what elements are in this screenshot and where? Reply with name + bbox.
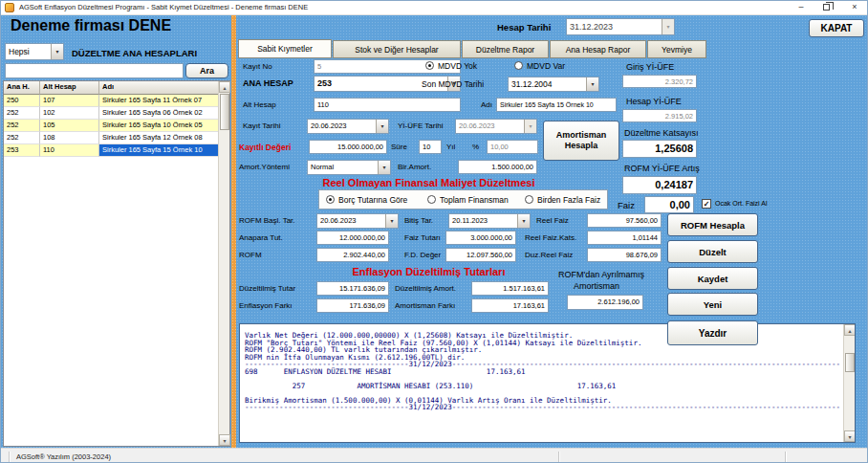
statusbar-divider xyxy=(785,452,786,462)
borc-tutarina-gore-label: Borç Tutarına Göre xyxy=(338,195,407,205)
status-bar: AGSoft® Yazılım (2003-2024) xyxy=(1,448,868,463)
tab-stok-ve-diger[interactable]: Stok ve Diğer Hesaplar xyxy=(333,40,461,58)
yiufe-tarihi-combo: 20.06.2023 ▾ xyxy=(455,119,537,134)
giris-yiufe-field: 2.320,72 xyxy=(622,75,697,88)
hesap-yiufe-label: Hesap Yİ-ÜFE xyxy=(626,97,682,106)
toplam-finansman-radio[interactable] xyxy=(427,195,436,204)
giris-yiufe-label: Giriş Yİ-ÜFE xyxy=(626,62,674,72)
kayit-tarihi-combo[interactable]: 20.06.2023 ▾ xyxy=(307,119,389,134)
rofm-field[interactable]: 2.902.440,00 xyxy=(316,248,389,262)
borc-tutarina-gore-radio[interactable] xyxy=(326,195,335,204)
adi-label: Adı xyxy=(481,100,492,109)
tab-duzeltme-rapor[interactable]: Düzeltme Rapor xyxy=(462,40,549,58)
chevron-down-icon[interactable]: ▾ xyxy=(385,214,398,228)
chevron-down-icon[interactable]: ▾ xyxy=(586,77,598,91)
bitis-combo[interactable]: 20.11.2023 ▾ xyxy=(448,213,531,229)
chevron-down-icon[interactable]: ▾ xyxy=(376,120,388,133)
faiz-tutari-field[interactable]: 3.000.000,00 xyxy=(445,231,516,245)
sidebar-scrollbar[interactable]: ▴ ▾ xyxy=(218,81,229,446)
amort-yontemi-combo[interactable]: Normal ▾ xyxy=(307,160,391,175)
panel-splitter[interactable] xyxy=(231,15,236,448)
restore-button[interactable] xyxy=(823,4,830,11)
duzelt-button[interactable]: Düzelt xyxy=(667,240,758,263)
ocak-checkbox[interactable]: ✓ xyxy=(702,199,711,209)
yazdir-button[interactable]: Yazdır xyxy=(667,320,758,345)
cell-alt: 108 xyxy=(40,132,99,144)
search-input[interactable] xyxy=(5,63,184,78)
rofm-hesapla-button[interactable]: ROFM Hesapla xyxy=(667,213,758,236)
duzeltilmis-tutar-field[interactable]: 15.171.636,09 xyxy=(316,281,389,296)
mdvd-yok-label: MDVD Yok xyxy=(438,61,477,71)
duz-reel-faiz-label: Duz.Reel Faiz xyxy=(525,251,573,259)
alt-hesap-field[interactable]: 110 xyxy=(314,98,461,112)
close-icon[interactable]: × xyxy=(844,1,865,14)
reel-faiz-kats-field[interactable]: 1,01144 xyxy=(587,231,662,245)
amortisman-farki-field[interactable]: 17.163,61 xyxy=(471,298,549,313)
enflasyon-farki-field[interactable]: 171.636,09 xyxy=(316,298,389,313)
tab-sabit-kiymetler[interactable]: Sabit Kıymetler xyxy=(238,39,332,58)
sure-field[interactable]: 10 xyxy=(419,140,442,154)
ara-button[interactable]: Ara xyxy=(185,63,228,78)
chevron-down-icon[interactable]: ▾ xyxy=(517,214,530,228)
company-title: Deneme firması DENE xyxy=(11,17,171,34)
scroll-down-icon[interactable]: ▾ xyxy=(844,430,856,442)
fd-deger-field[interactable]: 12.097.560,00 xyxy=(445,248,516,262)
fd-deger-label: F.D. Değer xyxy=(404,251,441,259)
statusbar-text: AGSoft® Yazılım (2003-2024) xyxy=(16,452,111,461)
adi-field[interactable]: Sirkuler 165 Sayfa 15 Örnek 10 xyxy=(496,98,617,112)
scroll-up-icon[interactable]: ▴ xyxy=(219,81,230,93)
anapara-field[interactable]: 12.000.000,00 xyxy=(316,231,389,245)
anapara-label: Anapara Tut. xyxy=(239,233,283,242)
duzeltilmis-amort-field[interactable]: 1.517.163,61 xyxy=(471,281,549,296)
filter-combo[interactable]: Hepsi ▾ xyxy=(5,43,64,60)
column-header[interactable]: Alt Hesap xyxy=(40,81,99,95)
column-header[interactable]: Ana H. xyxy=(4,81,40,95)
chevron-down-icon[interactable]: ▾ xyxy=(378,161,390,174)
duz-reel-faiz-field[interactable]: 98.676,09 xyxy=(587,248,662,262)
mdvd-var-radio[interactable] xyxy=(514,61,523,70)
amortisman-farki-label: Amortisman Farkı xyxy=(395,301,455,310)
yeni-button[interactable]: Yeni xyxy=(667,293,758,316)
scroll-down-icon[interactable]: ▾ xyxy=(219,434,230,446)
cell-alt: 102 xyxy=(40,107,99,120)
son-mdvd-label: Son MDVD Tarihi xyxy=(422,79,484,89)
report-textarea[interactable]: Varlık Net Değeri (12.000.000,00000) X (… xyxy=(239,323,856,443)
mdvd-yok-radio[interactable] xyxy=(425,61,434,70)
ocak-checkbox-label: Ocak Ort. Faizi Al xyxy=(715,200,767,207)
son-mdvd-combo[interactable]: 31.12.2004 ▾ xyxy=(508,77,599,92)
chevron-down-icon[interactable]: ▾ xyxy=(51,44,63,59)
faiz-field[interactable]: 0,00 xyxy=(644,196,694,213)
scroll-up-icon[interactable]: ▴ xyxy=(844,324,856,336)
column-header[interactable]: Adı xyxy=(99,81,220,95)
hesap-yiufe-field: 2.915,02 xyxy=(622,109,697,122)
kapat-button[interactable]: KAPAT xyxy=(809,19,864,37)
statusbar-divider xyxy=(558,452,559,462)
bitis-label: Bitiş Tar. xyxy=(404,216,433,225)
cell-ana: 252 xyxy=(4,120,40,132)
cell-alt: 105 xyxy=(40,120,99,132)
amortisman-hesapla-button[interactable]: Amortisman Hesapla xyxy=(543,121,619,161)
kayitli-degeri-field[interactable]: 15.000.000,00 xyxy=(309,140,387,154)
scrollbar-thumb[interactable] xyxy=(845,353,855,372)
rofm-ayrilmamis-field[interactable]: 2.612.196,00 xyxy=(567,295,643,310)
faiz-label: Faiz xyxy=(618,200,635,210)
birden-fazla-faiz-radio[interactable] xyxy=(525,195,533,204)
rofm-ayrilmamis-label1: ROFM'dan Ayrılmamış xyxy=(558,270,644,279)
chevron-down-icon: ▾ xyxy=(524,120,536,133)
toplam-finansman-label: Toplam Finansman xyxy=(440,195,509,205)
reel-faiz-field[interactable]: 97.560,00 xyxy=(587,213,662,228)
kaydet-button[interactable]: Kaydet xyxy=(667,267,758,290)
cell-alt: 110 xyxy=(40,144,99,157)
cell-ana: 250 xyxy=(4,95,40,107)
birden-fazla-faiz-label: Birden Fazla Faiz xyxy=(537,195,600,205)
bir-amort-field[interactable]: 1.500.000,00 xyxy=(458,160,537,174)
rofm-yiufe-artis-label: ROFM Yİ-ÜFE Artış xyxy=(624,164,700,173)
reel-faiz-label: Reel Faiz xyxy=(536,216,569,225)
scrollbar-thumb[interactable] xyxy=(220,94,229,130)
report-scrollbar[interactable]: ▴ ▾ xyxy=(843,324,855,442)
minimize-button[interactable]: – xyxy=(791,1,812,14)
tab-ana-hesap-rapor[interactable]: Ana Hesap Rapor xyxy=(550,40,646,58)
rofm-label: ROFM xyxy=(239,251,262,259)
rofm-basl-combo[interactable]: 20.06.2023 ▾ xyxy=(316,213,399,229)
tab-yevmiye[interactable]: Yevmiye xyxy=(647,40,706,58)
